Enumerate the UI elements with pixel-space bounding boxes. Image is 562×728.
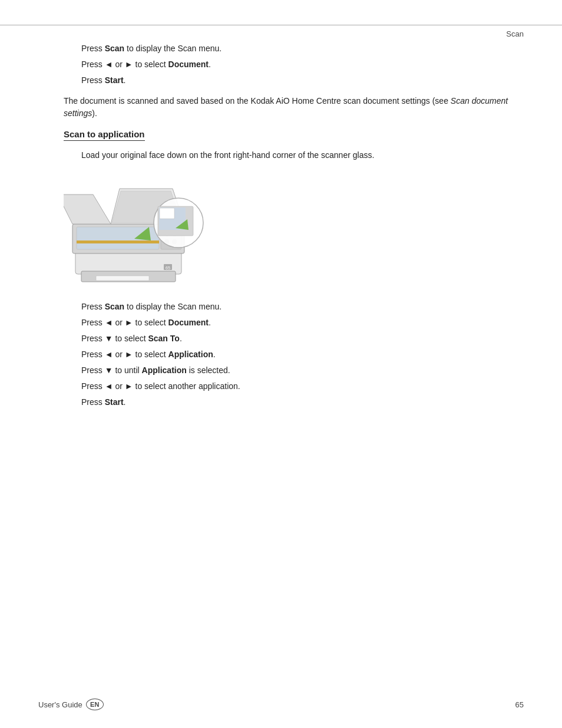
intro-line-1: Press Scan to display the Scan menu. [81,42,524,55]
svg-marker-11 [64,195,111,224]
document-bold-1: Document [168,60,209,69]
scan-to-bold: Scan To [148,334,179,343]
scan-bold-1: Scan [105,44,124,53]
scanner-svg: 65 [64,171,205,289]
step-5: Press ▼ to until Application is selected… [81,364,524,377]
intro-line-3: Press Start. [81,74,524,87]
section-heading-text: Scan to application [64,129,145,141]
application-bold-1: Application [168,350,213,359]
step-2: Press ◄ or ► to select Document. [81,317,524,329]
main-content: Press Scan to display the Scan menu. Pre… [64,42,524,412]
svg-text:65: 65 [166,266,170,270]
step-4: Press ◄ or ► to select Application. [81,348,524,361]
step-6: Press ◄ or ► to select another applicati… [81,380,524,393]
users-guide-label: User's Guide [38,700,82,709]
step-7: Press Start. [81,396,524,409]
scanner-illustration: 65 [64,171,524,289]
page-number: 65 [515,700,524,709]
header-rule [0,25,562,25]
document-bold-2: Document [168,318,209,327]
svg-rect-5 [77,241,159,243]
steps-block: Press Scan to display the Scan menu. Pre… [81,301,524,409]
section-note: The document is scanned and saved based … [64,95,524,120]
page-container: Scan Press Scan to display the Scan menu… [0,0,562,728]
scan-bold-2: Scan [105,302,124,311]
intro-block: Press Scan to display the Scan menu. Pre… [81,42,524,87]
step-1: Press Scan to display the Scan menu. [81,301,524,313]
start-bold-2: Start [105,397,124,407]
footer: User's Guide EN 65 [38,699,524,710]
header-title: Scan [506,29,524,38]
footer-left: User's Guide EN [38,699,104,710]
svg-rect-19 [160,208,174,219]
step-3: Press ▼ to select Scan To. [81,332,524,345]
start-bold-1: Start [105,75,124,85]
svg-rect-2 [96,276,149,281]
load-instruction: Load your original face down on the fron… [81,149,524,162]
language-badge: EN [86,699,104,710]
section-heading-scan-to-application: Scan to application [64,129,524,141]
intro-line-2: Press ◄ or ► to select Document. [81,58,524,71]
application-bold-2: Application [142,365,187,375]
scan-doc-settings-italic: Scan document settings [64,96,508,118]
